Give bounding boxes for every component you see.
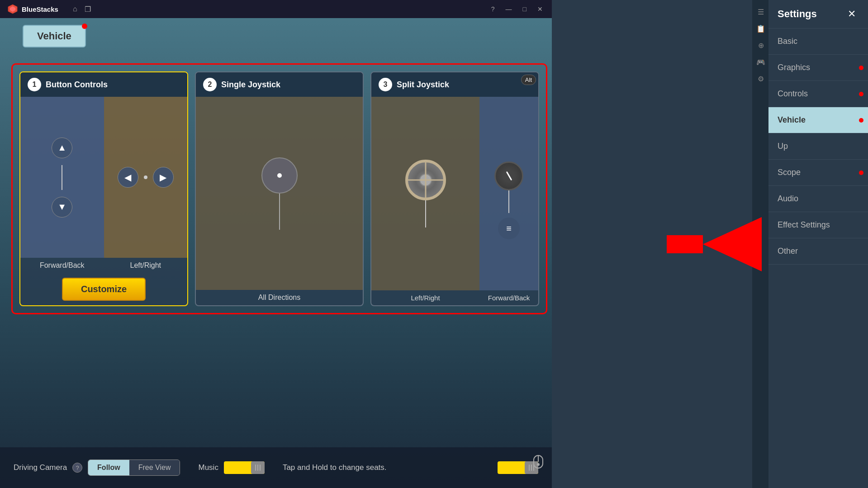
split-left-right-label: Left/Right <box>371 290 479 305</box>
tap-hold-text: Tap and Hold to change seats. <box>283 463 492 472</box>
home-icon[interactable]: ⌂ <box>73 5 77 14</box>
single-joystick-body: All Directions <box>196 97 363 305</box>
sidebar-close-button[interactable]: ✕ <box>844 7 859 21</box>
steering-wheel <box>405 160 446 200</box>
forward-button[interactable]: ▲ <box>52 137 72 158</box>
bc-footer: Customize <box>20 273 187 305</box>
steering-group <box>405 160 446 227</box>
sidebar-scope-label: Scope <box>778 168 801 177</box>
sidebar-item-other[interactable]: Other <box>768 238 868 265</box>
spoke-v <box>425 162 426 198</box>
vehicle-label-text: Vehicle <box>37 30 71 42</box>
vehicle-label-box: Vehicle <box>23 25 86 47</box>
sidebar-graphics-label: Graphics <box>778 63 810 72</box>
titlebar-nav: ⌂ ❐ <box>66 5 98 14</box>
button-controls-body: ▲ ▼ ◀ ▶ <box>20 97 187 258</box>
sidebar-up-label: Up <box>778 142 788 151</box>
music-slider-track[interactable] <box>224 461 265 474</box>
gear-button[interactable]: ≡ <box>498 218 520 239</box>
controls-red-dot <box>859 92 863 96</box>
speed-needle <box>506 171 512 181</box>
vert-line-fb <box>62 165 62 190</box>
sidebar-controls-label: Controls <box>778 89 808 99</box>
titlebar: BlueStacks ⌂ ❐ ? — □ ✕ <box>0 0 552 18</box>
button-controls-card[interactable]: 1 Button Controls ▲ ▼ ◀ ▶ Forward/Back <box>19 71 188 306</box>
arrow-head <box>703 217 762 271</box>
card-number-1: 1 <box>28 78 41 91</box>
split-forward-back-label: Forward/Back <box>479 290 538 305</box>
split-joystick-body: Alt ≡ Left/Right Forward/Back <box>371 97 538 305</box>
sidebar-item-graphics[interactable]: Graphics <box>768 55 868 81</box>
sidebar-item-controls[interactable]: Controls <box>768 81 868 107</box>
left-right-area: ◀ ▶ <box>104 97 188 258</box>
bc-labels: Forward/Back Left/Right <box>20 258 187 273</box>
maximize-button[interactable]: □ <box>519 5 530 14</box>
back-button[interactable]: ▼ <box>52 197 72 218</box>
button-controls-title: Button Controls <box>46 80 108 90</box>
gauge-line <box>508 190 509 213</box>
follow-button[interactable]: Follow <box>88 460 129 475</box>
split-label-row: Left/Right Forward/Back <box>371 290 538 305</box>
sidebar-item-audio[interactable]: Audio <box>768 186 868 212</box>
all-directions-label: All Directions <box>196 290 363 305</box>
free-view-button[interactable]: Free View <box>129 460 180 475</box>
minimize-button[interactable]: — <box>502 5 516 14</box>
arrow-tail <box>667 235 703 253</box>
side-icon-4[interactable]: 🎮 <box>754 55 768 69</box>
app-logo: BlueStacks <box>0 4 66 14</box>
window-icon[interactable]: ❐ <box>85 5 91 14</box>
sidebar-item-effect-settings[interactable]: Effect Settings <box>768 212 868 238</box>
single-joystick-area <box>196 97 363 290</box>
right-button[interactable]: ▶ <box>153 167 174 188</box>
button-controls-header: 1 Button Controls <box>20 72 187 97</box>
forward-back-area: ▲ ▼ <box>20 97 104 258</box>
joystick-group <box>261 157 298 230</box>
music-slider-handle[interactable] <box>251 461 265 474</box>
bottom-bar: Driving Camera ? Follow Free View Music <box>0 447 552 488</box>
help-button[interactable]: ? <box>488 5 498 14</box>
customize-button[interactable]: Customize <box>62 278 146 301</box>
game-area: BlueStacks ⌂ ❐ ? — □ ✕ Vehicle 1 Button … <box>0 0 552 488</box>
sidebar-item-scope[interactable]: Scope <box>768 160 868 186</box>
sidebar-header: Settings ✕ <box>768 0 868 28</box>
side-icon-1[interactable]: ☰ <box>754 5 768 19</box>
grip-2 <box>257 464 258 471</box>
driving-camera-section: Driving Camera ? Follow Free View <box>14 460 180 476</box>
speed-gauge-group <box>494 161 523 213</box>
center-dot <box>144 175 147 179</box>
close-button[interactable]: ✕ <box>534 5 546 14</box>
graphics-red-dot <box>859 66 863 70</box>
joystick-line <box>279 194 280 230</box>
card-number-2: 2 <box>203 78 217 91</box>
sidebar-item-vehicle[interactable]: Vehicle <box>768 107 868 133</box>
sidebar-effect-settings-label: Effect Settings <box>778 220 830 230</box>
sidebar-item-up[interactable]: Up <box>768 133 868 160</box>
sidebar-vehicle-label: Vehicle <box>778 115 806 125</box>
single-joystick-title: Single Joystick <box>221 80 280 90</box>
side-icon-3[interactable]: ⊕ <box>754 38 768 52</box>
sidebar-other-label: Other <box>778 246 798 256</box>
side-icon-2[interactable]: 📋 <box>754 21 768 36</box>
driving-camera-help[interactable]: ? <box>72 463 82 473</box>
sidebar-title: Settings <box>778 8 817 20</box>
bluestacks-logo-icon <box>7 4 18 14</box>
sidebar-item-basic[interactable]: Basic <box>768 28 868 55</box>
side-icon-5[interactable]: ⚙ <box>754 71 768 86</box>
grip-1 <box>255 464 256 471</box>
split-right-area: Alt ≡ <box>479 97 538 290</box>
left-right-label: Left/Right <box>104 258 188 273</box>
th-grip-1 <box>529 464 530 471</box>
single-joystick-card[interactable]: 2 Single Joystick All Directions <box>195 71 364 306</box>
mouse-icon <box>531 455 545 474</box>
sidebar-audio-label: Audio <box>778 194 798 204</box>
app-name: BlueStacks <box>22 5 58 13</box>
joystick-circle <box>261 157 298 194</box>
scope-red-dot <box>859 171 863 175</box>
vehicle-label-dot <box>82 24 87 29</box>
controls-panel: 1 Button Controls ▲ ▼ ◀ ▶ Forward/Back <box>11 63 547 314</box>
right-sidebar: Settings ✕ Basic Graphics Controls Vehic… <box>768 0 868 488</box>
arrow-container <box>671 217 762 271</box>
split-joystick-card[interactable]: 3 Split Joystick <box>370 71 539 306</box>
left-button[interactable]: ◀ <box>118 167 138 188</box>
forward-back-label: Forward/Back <box>20 258 104 273</box>
